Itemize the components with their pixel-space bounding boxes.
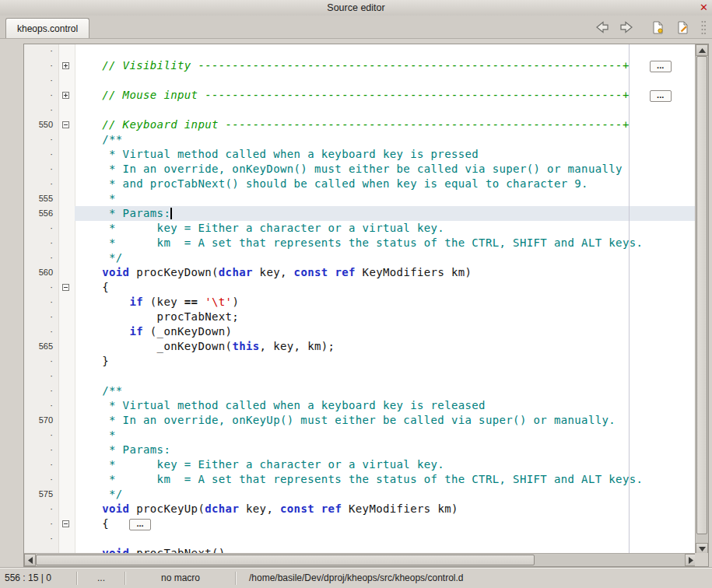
fold-expand-icon[interactable] — [62, 92, 69, 99]
code-line[interactable]: 565 _onKeyDown(this, key, km); — [24, 339, 695, 354]
code-line[interactable]: · */ — [24, 250, 695, 265]
code-line[interactable]: · void procKeyUp(dchar key, const ref Ke… — [24, 502, 695, 516]
fold-gutter — [58, 310, 75, 324]
statusbar-ellipsis: ... — [78, 572, 125, 583]
fold-gutter[interactable] — [58, 58, 75, 73]
line-number: · — [24, 73, 58, 88]
code-line[interactable]: · } — [24, 354, 695, 369]
code-line[interactable]: · if (_onKeyDown) — [24, 324, 695, 339]
line-number: · — [24, 472, 58, 487]
code-line[interactable]: · — [24, 73, 695, 88]
fold-gutter — [58, 428, 75, 443]
code-line[interactable]: · * key = Either a character or a virtua… — [24, 457, 695, 472]
horizontal-scrollbar[interactable] — [24, 553, 696, 566]
fold-collapse-icon[interactable] — [62, 121, 69, 128]
code-text: * Params: — [75, 443, 695, 457]
code-line[interactable]: · void procTabNext() — [24, 546, 695, 554]
line-number: · — [24, 546, 58, 554]
code-line[interactable]: · — [24, 531, 695, 546]
code-line[interactable]: · * km = A set that represents the statu… — [24, 472, 695, 487]
code-line[interactable]: 575 */ — [24, 487, 695, 502]
code-line[interactable]: 556 * Params: — [24, 206, 695, 221]
code-line[interactable]: · /** — [24, 132, 695, 147]
scroll-left-arrow[interactable] — [24, 554, 36, 566]
line-number: 575 — [24, 487, 58, 502]
horizontal-scroll-thumb[interactable] — [36, 555, 535, 565]
line-number: 565 — [24, 339, 58, 354]
code-text: */ — [75, 250, 695, 265]
code-line[interactable]: · — [24, 369, 695, 383]
code-line[interactable]: · {... — [24, 516, 695, 531]
code-line[interactable]: · if (key == '\t') — [24, 295, 695, 310]
code-line[interactable]: · { — [24, 280, 695, 295]
code-text: * — [75, 428, 695, 443]
jump-back-icon[interactable] — [594, 20, 609, 34]
fold-gutter[interactable] — [58, 280, 75, 295]
code-line[interactable]: · * Virtual method called when a keyboar… — [24, 147, 695, 162]
scrollbar-corner — [695, 553, 708, 566]
document-icon[interactable] — [650, 20, 665, 34]
code-line[interactable]: · — [24, 103, 695, 117]
fold-gutter[interactable] — [58, 88, 75, 103]
close-icon[interactable]: ✕ — [700, 1, 708, 15]
folded-code-ellipsis[interactable]: ... — [129, 519, 151, 530]
code-line[interactable]: 560 void procKeyDown(dchar key, const re… — [24, 265, 695, 280]
line-number: · — [24, 531, 58, 546]
statusbar: 556 : 15 | 0 ... no macro /home/basile/D… — [0, 567, 712, 588]
code-line[interactable]: · * key = Either a character or a virtua… — [24, 221, 695, 236]
code-line[interactable]: 570 * In an override, onKeyUp() must eit… — [24, 413, 695, 428]
code-line[interactable]: · // Visibility ------------------------… — [24, 58, 695, 73]
folded-code-ellipsis[interactable]: ... — [650, 90, 672, 102]
line-number: · — [24, 280, 58, 295]
code-line[interactable]: · * km = A set that represents the statu… — [24, 236, 695, 250]
line-number: · — [24, 250, 58, 265]
code-line[interactable]: · * Params: — [24, 443, 695, 457]
code-line[interactable]: 550 // Keyboard input ------------------… — [24, 117, 695, 132]
code-text — [75, 369, 695, 383]
code-text: // Keyboard input ----------------------… — [75, 117, 695, 132]
code-line[interactable]: · /** — [24, 383, 695, 398]
line-number: · — [24, 310, 58, 324]
code-text — [75, 103, 695, 117]
folded-code-ellipsis[interactable]: ... — [650, 61, 672, 72]
fold-expand-icon[interactable] — [62, 62, 69, 69]
code-line[interactable]: · * and procTabNext() should be called w… — [24, 177, 695, 191]
fold-gutter — [58, 206, 75, 221]
fold-collapse-icon[interactable] — [62, 284, 69, 291]
code-text: /** — [75, 383, 695, 398]
code-text: * — [75, 191, 695, 206]
fold-gutter — [58, 383, 75, 398]
code-text — [75, 531, 695, 546]
fold-gutter[interactable] — [58, 516, 75, 531]
line-number: 556 — [24, 206, 58, 221]
line-number: · — [24, 147, 58, 162]
vertical-scrollbar[interactable] — [695, 44, 708, 555]
code-line[interactable]: · // Mouse input -----------------------… — [24, 88, 695, 103]
scroll-up-arrow[interactable] — [696, 44, 708, 56]
code-line[interactable]: · — [24, 44, 695, 58]
fold-gutter — [58, 295, 75, 310]
line-number: 570 — [24, 413, 58, 428]
line-number: · — [24, 324, 58, 339]
code-line[interactable]: · * In an override, onKeyDown() must eit… — [24, 162, 695, 177]
line-number: · — [24, 443, 58, 457]
code-line[interactable]: · * Virtual method called when a keyboar… — [24, 398, 695, 413]
code-text — [75, 73, 695, 88]
line-number: · — [24, 457, 58, 472]
code-text: * Virtual method called when a keyboard … — [75, 147, 695, 162]
jump-forward-icon[interactable] — [619, 20, 634, 34]
tab-kheops-control[interactable]: kheops.control — [5, 18, 89, 38]
toolbar-grip-handle[interactable] — [700, 20, 707, 34]
fold-gutter — [58, 354, 75, 369]
code-line[interactable]: · * — [24, 428, 695, 443]
line-number: · — [24, 354, 58, 369]
line-number: · — [24, 383, 58, 398]
code-line[interactable]: 555 * — [24, 191, 695, 206]
code-line[interactable]: · procTabNext; — [24, 310, 695, 324]
document-edit-icon[interactable] — [675, 20, 690, 34]
code-text: // Mouse input -------------------------… — [75, 88, 695, 103]
vertical-scroll-thumb[interactable] — [696, 56, 707, 534]
line-number: · — [24, 516, 58, 531]
fold-collapse-icon[interactable] — [62, 520, 69, 527]
fold-gutter[interactable] — [58, 117, 75, 132]
